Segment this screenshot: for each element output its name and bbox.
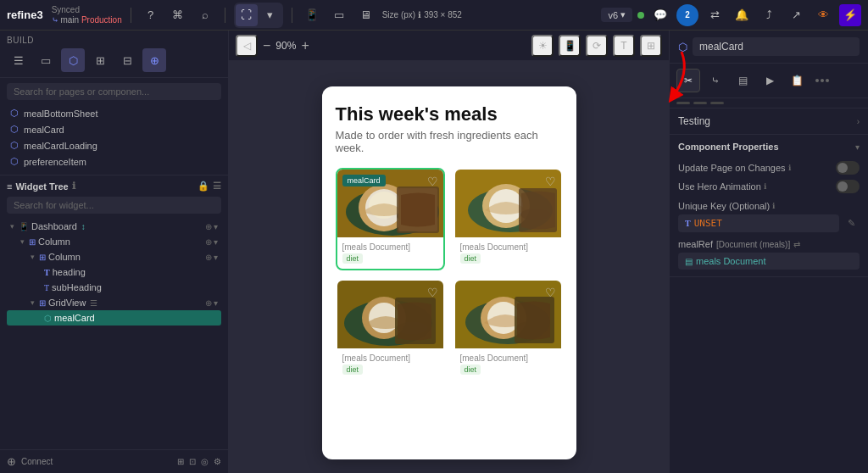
connect-label: Connect — [21, 457, 53, 466]
meal-doc-4: [meals Document] — [460, 353, 556, 363]
rotate-button[interactable]: ⟳ — [586, 35, 608, 57]
meal-card-4[interactable]: [meals Document] diet ♡ — [453, 279, 563, 381]
build-icon-layout[interactable]: ⊞ — [88, 48, 112, 72]
tablet-button[interactable]: ▭ — [328, 4, 350, 26]
col1-more[interactable]: ▾ — [214, 237, 218, 247]
sidebar-more-1[interactable]: ⊞ — [177, 457, 184, 466]
grid-button[interactable]: ⊞ — [640, 35, 662, 57]
tab-cursor[interactable]: ⤷ — [704, 69, 727, 92]
toggle-hero-animation[interactable] — [836, 180, 860, 193]
build-icons: ☰ ▭ ⬡ ⊞ ⊟ ⊕ — [7, 48, 221, 72]
grid-more[interactable]: ▾ — [214, 298, 218, 308]
build-icon-widget[interactable]: ⬡ — [61, 48, 85, 72]
tab-play[interactable]: ▶ — [758, 69, 782, 92]
add-action[interactable]: ⊕ — [205, 222, 212, 231]
tab-scissors[interactable]: ✂ — [676, 69, 700, 92]
toggle-update-page[interactable] — [836, 161, 860, 175]
properties-chevron-icon: ▾ — [855, 142, 860, 152]
tree-item-column1[interactable]: ▾ ⊞ Column ⊕ ▾ — [7, 234, 221, 249]
tree-item-gridview[interactable]: ▾ ⊞ GridView ☰ ⊕ ▾ — [7, 295, 221, 310]
tree-item-subheading[interactable]: T subHeading — [7, 280, 221, 295]
phone-button[interactable]: 📱 — [559, 35, 581, 57]
build-icon-add[interactable]: ⊕ — [142, 48, 166, 72]
tree-item-mealcard[interactable]: ⬡ mealCard — [7, 310, 221, 326]
page-item-mealCardLoading[interactable]: ⬡ mealCardLoading — [7, 137, 221, 153]
page-list-section: ⬡ mealBottomSheet ⬡ mealCard ⬡ mealCardL… — [0, 78, 228, 175]
page-icon-3: ⬡ — [10, 140, 19, 151]
prop-hero-label: Use Hero Animation ℹ — [678, 181, 766, 192]
build-icon-container[interactable]: ⊟ — [115, 48, 139, 72]
column2-icon: ⊞ — [39, 253, 46, 262]
divider-3 — [292, 8, 292, 23]
more-action[interactable]: ▾ — [214, 222, 218, 231]
export-button[interactable]: ↗ — [785, 4, 807, 26]
zoom-in-button[interactable]: + — [301, 38, 309, 53]
connect-icon[interactable]: ⊕ — [7, 455, 16, 468]
command-button[interactable]: ⌘ — [167, 4, 189, 26]
help-button[interactable]: ? — [140, 4, 162, 26]
tree-item-dashboard[interactable]: ▾ 📱 Dashboard ↕ ⊕ ▾ — [7, 219, 221, 234]
component-name-input[interactable] — [693, 37, 860, 56]
mealref-value-box[interactable]: ▤ meals Document — [678, 253, 860, 270]
sidebar-more-4[interactable]: ⚙ — [214, 457, 221, 466]
tool-widget-button[interactable]: ⛶ — [236, 4, 258, 26]
unique-key-label-row: Unique Key (Optional) ℹ — [678, 201, 860, 211]
brand-name: refine3 — [7, 8, 43, 21]
unique-key-edit-button[interactable]: ✎ — [843, 215, 860, 232]
dashboard-icon: 📱 — [19, 222, 29, 231]
tool-chevron-button[interactable]: ▾ — [259, 4, 281, 26]
component-properties-section: Component Properties ▾ Update Page on Ch… — [670, 135, 868, 277]
main-area: Build ☰ ▭ ⬡ ⊞ ⊟ ⊕ ⬡ mealBottomSheet ⬡ me… — [0, 31, 868, 473]
page-item-preferenceItem[interactable]: ⬡ preferenceItem — [7, 153, 221, 170]
meal-card-2[interactable]: [meals Document] diet ♡ — [453, 168, 563, 270]
tab-table[interactable]: ▤ — [731, 69, 754, 92]
meal-card-1[interactable]: mealCard — [336, 168, 445, 270]
widget-search-input[interactable] — [7, 197, 221, 214]
col2-add[interactable]: ⊕ — [205, 253, 212, 262]
grid-add[interactable]: ⊕ — [205, 298, 212, 308]
page-icon-1: ⬡ — [10, 108, 19, 119]
component-properties-header[interactable]: Component Properties ▾ — [678, 142, 860, 152]
tab-calendar[interactable]: 📋 — [785, 69, 809, 92]
list-icon: ≡ — [7, 181, 12, 192]
text-button[interactable]: T — [613, 35, 635, 57]
page-search[interactable] — [7, 83, 221, 100]
col1-add[interactable]: ⊕ — [205, 237, 212, 247]
zoom-out-button[interactable]: − — [263, 38, 270, 53]
col2-more[interactable]: ▾ — [214, 253, 218, 262]
sync-status: Synced — [52, 5, 122, 15]
widget-tree-section: ≡ Widget Tree ℹ 🔒 ☰ ▾ 📱 Dashboard ↕ ⊕ ▾ — [0, 175, 228, 449]
size-info: Size (px) ℹ 393 × 852 — [382, 10, 462, 19]
collapse-left-button[interactable]: ◁ — [236, 35, 258, 57]
sidebar-more-3[interactable]: ◎ — [201, 457, 209, 466]
tree-item-heading[interactable]: T heading — [7, 264, 221, 280]
chat-button[interactable]: 💬 — [649, 4, 671, 26]
version-badge[interactable]: v6 ▾ — [601, 8, 632, 22]
desktop-button[interactable]: 🖥 — [355, 4, 377, 26]
notify-button[interactable]: 🔔 — [731, 4, 753, 26]
divider-1 — [131, 8, 131, 23]
mobile-button[interactable]: 📱 — [301, 4, 323, 26]
tree-item-column2[interactable]: ▾ ⊞ Column ⊕ ▾ — [7, 249, 221, 264]
page-item-mealBottomSheet[interactable]: ⬡ mealBottomSheet — [7, 105, 221, 121]
testing-row[interactable]: Testing › — [670, 109, 868, 135]
share-button[interactable]: ⤴ — [758, 4, 780, 26]
search-button[interactable]: ⌕ — [194, 4, 216, 26]
meal-card-3[interactable]: [meals Document] diet ♡ — [336, 279, 445, 381]
build-icon-1[interactable]: ☰ — [7, 48, 31, 72]
unique-key-label: Unique Key (Optional) — [678, 201, 770, 211]
canvas-frame[interactable]: This week's meals Made to order with fre… — [229, 61, 669, 473]
meal-grid: mealCard — [336, 168, 563, 381]
mealref-swap-icon[interactable]: ⇄ — [793, 240, 800, 249]
lightning-button[interactable]: ⚡ — [839, 4, 861, 26]
meal-info-4: [meals Document] diet — [455, 348, 561, 380]
page-item-mealCard[interactable]: ⬡ mealCard — [7, 121, 221, 137]
sync-button[interactable]: ⇄ — [704, 4, 726, 26]
preview-button[interactable]: 👁 — [812, 4, 834, 26]
mealref-label-row: mealRef [Document (meals)] ⇄ — [678, 239, 860, 249]
sun-button[interactable]: ☀ — [531, 35, 554, 57]
build-icon-2[interactable]: ▭ — [34, 48, 58, 72]
unique-key-value-box[interactable]: T UNSET — [678, 214, 839, 232]
sidebar-more-2[interactable]: ⊡ — [189, 457, 196, 466]
component-properties-title: Component Properties — [678, 142, 779, 152]
